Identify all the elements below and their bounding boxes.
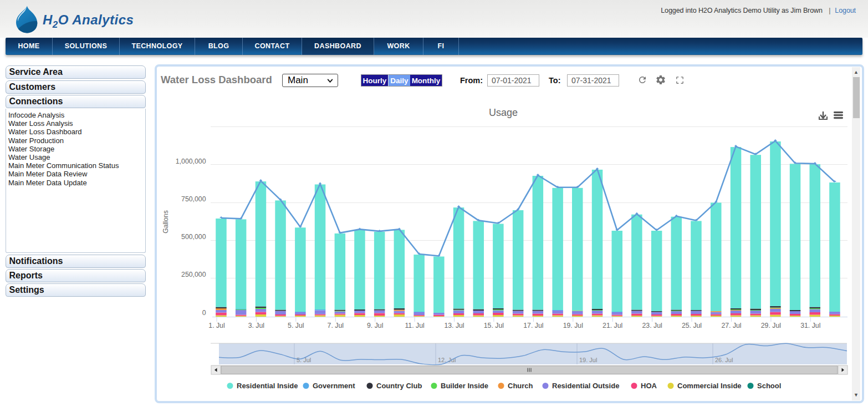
svg-text:250,000: 250,000 — [181, 271, 206, 278]
svg-text:21. Jul: 21. Jul — [603, 322, 622, 329]
svg-text:3. Jul: 3. Jul — [248, 322, 264, 329]
svg-text:19. Jul: 19. Jul — [563, 322, 583, 329]
svg-text:Usage: Usage — [489, 107, 518, 118]
svg-text:500,000: 500,000 — [181, 233, 206, 241]
svg-text:Builder Inside: Builder Inside — [441, 382, 488, 390]
svg-text:Church: Church — [508, 382, 533, 390]
svg-text:11. Jul: 11. Jul — [405, 322, 424, 329]
svg-text:25. Jul: 25. Jul — [682, 322, 702, 329]
svg-text:13. Jul: 13. Jul — [444, 322, 464, 329]
svg-text:9. Jul: 9. Jul — [367, 322, 383, 329]
svg-text:Commercial Inside: Commercial Inside — [677, 382, 742, 390]
svg-text:Gallons: Gallons — [162, 210, 170, 234]
svg-text:Government: Government — [313, 382, 355, 390]
svg-text:750,000: 750,000 — [181, 195, 206, 203]
svg-text:School: School — [757, 382, 781, 390]
svg-text:31. Jul: 31. Jul — [800, 322, 820, 329]
svg-text:HOA: HOA — [641, 382, 657, 390]
svg-text:Residential Outside: Residential Outside — [552, 382, 619, 390]
svg-text:27. Jul: 27. Jul — [721, 322, 741, 329]
svg-text:0: 0 — [202, 309, 206, 317]
svg-text:29. Jul: 29. Jul — [761, 322, 781, 329]
svg-text:23. Jul: 23. Jul — [642, 322, 662, 329]
svg-text:Country Club: Country Club — [376, 382, 422, 390]
svg-text:19. Jul: 19. Jul — [579, 357, 597, 363]
svg-text:Residential Inside: Residential Inside — [237, 382, 298, 390]
svg-text:17. Jul: 17. Jul — [523, 322, 543, 329]
svg-text:5. Jul: 5. Jul — [288, 322, 304, 329]
svg-text:26. Jul: 26. Jul — [715, 357, 733, 363]
svg-text:15. Jul: 15. Jul — [484, 322, 504, 329]
svg-text:1,000,000: 1,000,000 — [176, 158, 206, 165]
svg-text:1. Jul: 1. Jul — [208, 322, 224, 329]
svg-text:7. Jul: 7. Jul — [328, 322, 344, 329]
